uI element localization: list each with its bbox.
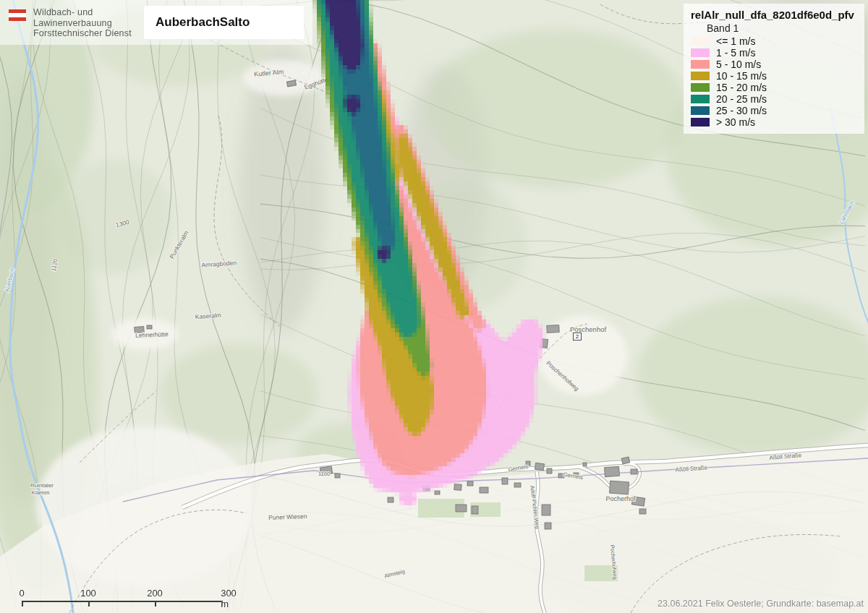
legend-item: > 30 m/s: [691, 116, 859, 128]
map-title-box: AuberbachSalto: [144, 6, 304, 39]
scale-bar-tick: [155, 601, 156, 606]
legend-swatch: [691, 118, 710, 127]
scale-bar-label: 300 m: [221, 588, 237, 609]
legend-item: <= 1 m/s: [691, 35, 859, 47]
scale-bar-label: 0: [19, 588, 24, 599]
austria-flag-icon: [9, 9, 26, 21]
legend-swatch: [691, 37, 710, 46]
agency-line-1: Wildbach- und: [33, 7, 132, 18]
legend-item-label: 20 - 25 m/s: [716, 93, 767, 105]
legend-item: 15 - 20 m/s: [691, 82, 859, 93]
legend-swatch: [691, 83, 710, 92]
legend-swatch: [691, 72, 710, 80]
legend-item: 20 - 25 m/s: [691, 93, 859, 105]
legend-title: relAlr_null_dfa_8201df6e0d_pfv: [691, 9, 859, 21]
legend-band-label: Band 1: [707, 22, 859, 34]
agency-name: Wildbach- und Lawinenverbauung Forsttech…: [33, 7, 132, 39]
legend-item-label: 5 - 10 m/s: [716, 59, 761, 70]
scale-bar-tick: [88, 601, 90, 606]
legend-item: 10 - 15 m/s: [691, 70, 859, 82]
legend-swatch: [691, 48, 710, 57]
legend-swatch: [691, 60, 710, 69]
legend-item-label: 1 - 5 m/s: [716, 47, 755, 59]
legend-item-label: 15 - 20 m/s: [716, 82, 767, 93]
legend-item-label: > 30 m/s: [716, 116, 755, 128]
legend-swatch: [691, 106, 710, 115]
legend: relAlr_null_dfa_8201df6e0d_pfv Band 1 <=…: [684, 4, 864, 134]
agency-line-2: Lawinenverbauung: [33, 18, 132, 29]
scale-bar-label: 200: [147, 588, 163, 599]
legend-item-label: 25 - 30 m/s: [716, 105, 767, 116]
legend-item-label: 10 - 15 m/s: [716, 70, 767, 82]
scale-bar-line: [22, 601, 221, 602]
legend-items: <= 1 m/s1 - 5 m/s5 - 10 m/s10 - 15 m/s15…: [691, 35, 859, 128]
scale-bar-label: 100: [80, 588, 96, 599]
legend-item: 5 - 10 m/s: [691, 59, 859, 70]
agency-line-3: Forsttechnischer Dienst: [33, 28, 132, 39]
map-title: AuberbachSalto: [144, 15, 250, 30]
house-number-badge: 2: [573, 333, 582, 340]
scale-bar-tick: [22, 601, 23, 606]
agency-logo: Wildbach- und Lawinenverbauung Forsttech…: [9, 7, 132, 39]
attribution: 23.06.2021 Felix Oesterle; Grundkarte: b…: [658, 599, 864, 609]
legend-item: 25 - 30 m/s: [691, 105, 859, 116]
legend-item: 1 - 5 m/s: [691, 47, 859, 59]
map-viewport: Kutler AlmEgghütte1300PunkteralmAmragbod…: [0, 0, 868, 613]
legend-swatch: [691, 95, 710, 103]
legend-item-label: <= 1 m/s: [716, 35, 755, 47]
